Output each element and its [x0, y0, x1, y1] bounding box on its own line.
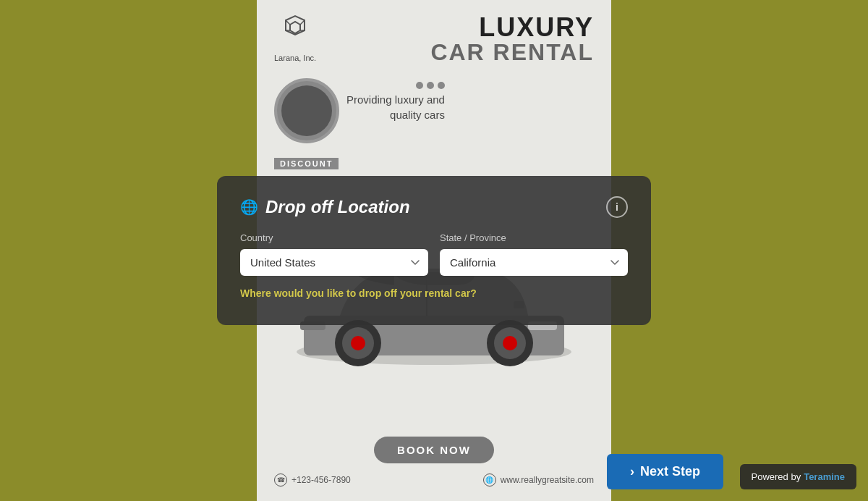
providing-line2: quality cars: [346, 107, 445, 122]
next-step-label: Next Step: [640, 464, 700, 479]
next-arrow-icon: ›: [630, 464, 634, 479]
dot-1: [416, 82, 423, 89]
country-group: Country United States Canada Mexico Unit…: [240, 232, 428, 276]
phone-number: +123-456-7890: [292, 475, 351, 485]
svg-point-15: [503, 336, 517, 350]
helper-text: Where would you like to drop off your re…: [240, 287, 628, 299]
logo-icon: [277, 14, 313, 51]
car-rental-label: CAR RENTAL: [331, 41, 594, 64]
modal-header: 🌐 Drop off Location i: [240, 196, 628, 218]
form-row: Country United States Canada Mexico Unit…: [240, 232, 628, 276]
state-select[interactable]: California New York Texas Florida Washin…: [440, 249, 628, 276]
globe-icon: 🌐: [240, 198, 258, 216]
powered-by-brand: Teramine: [804, 471, 845, 482]
phone-contact: ☎ +123-456-7890: [274, 473, 351, 487]
phone-icon: ☎: [274, 473, 287, 487]
book-now-button[interactable]: BOOK NOW: [374, 437, 494, 463]
logo-text: Larana, Inc.: [274, 54, 316, 62]
logo-area: Larana, Inc.: [274, 14, 316, 62]
info-button[interactable]: i: [606, 196, 628, 218]
website-contact: 🌐 www.reallygreatsite.com: [483, 473, 594, 487]
globe-icon-small: 🌐: [483, 473, 496, 487]
dot-3: [438, 82, 445, 89]
website-url: www.reallygreatsite.com: [501, 475, 594, 485]
providing-line1: Providing luxury and: [346, 92, 445, 107]
card-middle: Providing luxury and quality cars: [257, 71, 611, 151]
circle-image: [274, 78, 339, 143]
card-top: Larana, Inc. LUXURY CAR RENTAL: [257, 0, 611, 71]
svg-point-12: [351, 336, 365, 350]
providing-text: Providing luxury and quality cars: [346, 78, 445, 122]
discount-section: DISCOUNT: [257, 151, 611, 177]
modal-box: 🌐 Drop off Location i Country United Sta…: [217, 176, 651, 325]
country-select[interactable]: United States Canada Mexico United Kingd…: [240, 249, 428, 276]
circle-inner: [281, 85, 332, 136]
dot-2: [427, 82, 434, 89]
luxury-label: LUXURY: [331, 14, 594, 41]
svg-marker-0: [286, 16, 305, 35]
country-label: Country: [240, 232, 428, 243]
powered-by: Powered by Teramine: [740, 464, 857, 489]
contact-row: ☎ +123-456-7890 🌐 www.reallygreatsite.co…: [274, 473, 594, 487]
dots-row: [346, 82, 445, 89]
svg-marker-1: [290, 22, 300, 33]
discount-badge: DISCOUNT: [274, 158, 339, 169]
state-group: State / Province California New York Tex…: [440, 232, 628, 276]
modal-title-group: 🌐 Drop off Location: [240, 197, 410, 217]
state-label: State / Province: [440, 232, 628, 243]
card-bottom: BOOK NOW ☎ +123-456-7890 🌐 www.reallygre…: [257, 425, 611, 501]
modal-title-text: Drop off Location: [265, 197, 410, 217]
modal-form: Country United States Canada Mexico Unit…: [240, 232, 628, 299]
powered-by-text: Powered by: [752, 471, 801, 482]
next-step-button[interactable]: › Next Step: [607, 454, 723, 489]
title-area: LUXURY CAR RENTAL: [316, 14, 594, 64]
